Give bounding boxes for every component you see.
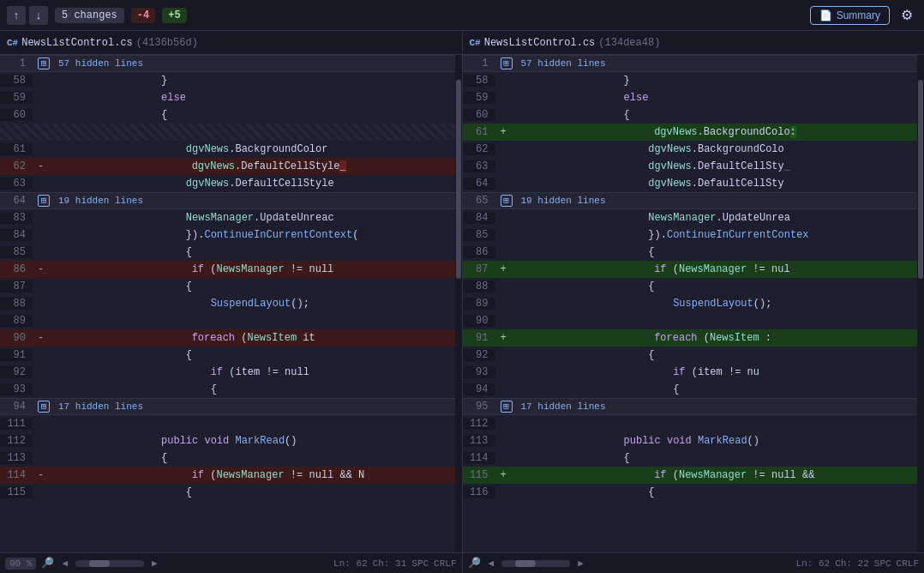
right-status: 🔎 ◀ ▶ Ln: 62 Ch: 22 SPC CRLF [463,553,925,573]
left-line-93: 93 { [0,381,462,398]
right-line-64: 64 dgvNews.DefaultCellSty [463,175,925,192]
left-line-86: 86 - if (NewsManager != null [0,261,462,278]
left-line-92: 92 if (item != null [0,364,462,381]
right-scrollbar-thumb[interactable] [918,80,923,279]
summary-label: Summary [837,9,880,21]
diff-container: C# NewsListControl.cs (4136b56d) 1 ⊞57 h… [0,31,924,552]
left-status: 90 % 🔎 ◀ ▶ Ln: 62 Ch: 31 SPC CRLF [0,553,463,573]
prev-change-button[interactable]: ↑ [7,6,26,25]
left-pane: C# NewsListControl.cs (4136b56d) 1 ⊞57 h… [0,31,463,552]
minus-count: -4 [131,8,155,23]
summary-button[interactable]: 📄 Summary [810,6,890,25]
right-crlf: CRLF [897,558,919,569]
right-lang-icon: C# [470,38,481,48]
plus-count: +5 [162,8,186,23]
right-scroll-right[interactable]: ▶ [575,558,586,569]
left-ln: Ln: 62 [333,558,368,569]
right-line-85: 85 }).ContinueInCurrentContex [463,226,925,244]
left-line-114: 114 - if (NewsManager != null && N [0,467,462,484]
right-pane-header: C# NewsListControl.cs (134dea48) [463,31,925,55]
left-zoom-icon: 🔎 [41,557,54,570]
right-line-86: 86 { [463,244,925,261]
left-line-60-hatch [0,124,462,141]
right-scrollbar[interactable] [917,55,924,552]
left-scroll-right[interactable]: ▶ [149,558,160,569]
left-filename: NewsListControl.cs [21,37,133,49]
left-crlf: CRLF [434,558,456,569]
left-commit: (4136b56d) [136,37,198,49]
right-hidden-57[interactable]: 1 ⊞57 hidden lines [463,55,925,72]
right-line-62: 62 dgvNews.BackgroundColo [463,141,925,158]
left-line-84: 84 }).ContinueInCurrentContext( [0,226,462,244]
left-hidden-57-label[interactable]: 57 hidden lines [53,58,143,69]
left-line-59: 59 else [0,89,462,106]
right-line-87: 87 + if (NewsManager != nul [463,261,925,278]
right-line-88: 88 { [463,278,925,295]
left-lang-icon: C# [7,38,18,48]
right-line-90: 90 [463,312,925,329]
summary-icon: 📄 [819,9,832,21]
right-line-115: 115 + if (NewsManager != null && [463,467,925,484]
right-hidden-17[interactable]: 95 ⊞17 hidden lines [463,398,925,415]
right-line-92: 92 { [463,347,925,364]
left-pane-body: 1 ⊞57 hidden lines 58 } 59 else 60 [0,55,462,552]
left-line-89: 89 [0,312,462,329]
left-line-62: 62 - dgvNews.DefaultCellStyle_ [0,158,462,175]
left-scroll-left[interactable]: ◀ [59,558,70,569]
right-hidden-17-label[interactable]: 17 hidden lines [516,401,606,412]
left-scrollbar-thumb[interactable] [456,80,461,279]
next-change-button[interactable]: ↓ [29,6,48,25]
right-hidden-19[interactable]: 65 ⊞19 hidden lines [463,192,925,209]
right-zoom-icon: 🔎 [468,557,481,570]
right-hidden-19-label[interactable]: 19 hidden lines [516,196,606,206]
left-hidden-19[interactable]: 64 ⊞19 hidden lines [0,192,462,209]
right-line-89: 89 SuspendLayout(); [463,295,925,312]
right-pane-body: 1 ⊞57 hidden lines 58 } 59 else 60 [463,55,925,552]
left-hidden-17[interactable]: 94 ⊞17 hidden lines [0,398,462,415]
left-spc: SPC [411,558,429,569]
left-line-111: 111 [0,415,462,432]
left-hidden-17-label[interactable]: 17 hidden lines [53,401,143,412]
right-commit: (134dea48) [598,37,660,49]
left-hidden-57[interactable]: 1 ⊞57 hidden lines [0,55,462,72]
left-pane-header: C# NewsListControl.cs (4136b56d) [0,31,462,55]
left-mini-scroll[interactable] [75,560,144,567]
left-line-60: 60 { [0,106,462,124]
left-hidden-19-label[interactable]: 19 hidden lines [53,196,143,206]
left-line-85: 85 { [0,244,462,261]
top-bar: ↑ ↓ 5 changes -4 +5 📄 Summary ⚙ [0,0,924,31]
left-line-61: 61 dgvNews.BackgroundColor [0,141,462,158]
left-line-112: 112 public void MarkRead() [0,432,462,449]
navigation-arrows: ↑ ↓ [7,6,48,25]
right-spc: SPC [874,558,891,569]
right-pane: C# NewsListControl.cs (134dea48) 1 ⊞57 h… [463,31,925,552]
right-ln: Ln: 62 [796,558,831,569]
left-line-87: 87 { [0,278,462,295]
right-scroll-left[interactable]: ◀ [486,558,497,569]
right-line-63: 63 dgvNews.DefaultCellSty_ [463,158,925,175]
right-hidden-57-label[interactable]: 57 hidden lines [516,58,606,69]
right-code-lines: 1 ⊞57 hidden lines 58 } 59 else 60 [463,55,925,552]
left-mini-scroll-thumb [89,560,110,567]
right-line-84: 84 NewsManager.UpdateUnrea [463,209,925,226]
left-line-83: 83 NewsManager.UpdateUnreac [0,209,462,226]
right-line-114: 114 { [463,449,925,467]
right-mini-scroll[interactable] [501,560,570,567]
right-line-91: 91 + foreach (NewsItem : [463,329,925,347]
right-line-116: 116 { [463,484,925,501]
left-line-88: 88 SuspendLayout(); [0,295,462,312]
right-line-60: 60 { [463,106,925,124]
left-line-58: 58 } [0,72,462,89]
right-line-113: 113 public void MarkRead() [463,432,925,449]
left-line-113: 113 { [0,449,462,467]
left-ch: Ch: 31 [373,558,407,569]
left-line-91: 91 { [0,347,462,364]
gear-button[interactable]: ⚙ [897,5,917,25]
left-line-115: 115 { [0,484,462,501]
right-line-93: 93 if (item != nu [463,364,925,381]
left-line-63: 63 dgvNews.DefaultCellStyle [0,175,462,192]
right-line-61-added: 61 + dgvNews.BackgroundColo: [463,124,925,141]
left-scrollbar[interactable] [455,55,462,552]
left-zoom[interactable]: 90 % [5,558,36,570]
left-line-90: 90 - foreach (NewsItem it [0,329,462,347]
